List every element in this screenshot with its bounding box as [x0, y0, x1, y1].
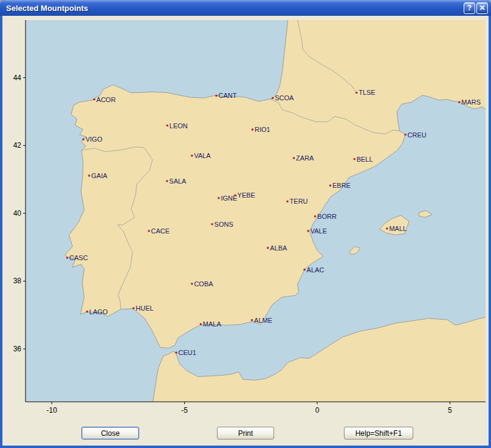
station-label: EBRE: [332, 182, 351, 189]
station-BELL: BELL: [354, 156, 373, 163]
titlebar[interactable]: Selected Mountpoints ? ✕: [0, 0, 491, 16]
x-tick-label: 5: [448, 406, 452, 415]
station-label: COBA: [194, 280, 213, 288]
station-label: VALE: [311, 227, 327, 235]
station-marker: [458, 102, 460, 103]
station-TLSE: TLSE: [355, 89, 376, 96]
x-tick-label: -5: [181, 406, 188, 415]
station-VALE: VALE: [307, 227, 327, 235]
station-ALAC: ALAC: [304, 266, 324, 274]
station-marker: [94, 98, 95, 100]
station-marker: [293, 157, 295, 159]
help-icon[interactable]: ?: [464, 2, 475, 14]
station-label: YEBE: [238, 191, 255, 199]
station-marker: [267, 247, 269, 249]
station-GAIA: GAIA: [88, 172, 108, 179]
station-LAGO: LAGO: [86, 308, 108, 315]
station-SCOA: SCOA: [272, 94, 294, 102]
station-label: GAIA: [91, 172, 108, 179]
window-title: Selected Mountpoints: [6, 4, 462, 13]
station-label: ALME: [254, 317, 272, 324]
station-label: ACOR: [97, 96, 116, 103]
station-label: VALA: [194, 152, 211, 159]
station-RIO1: RIO1: [252, 126, 270, 133]
station-marker: [200, 323, 202, 325]
station-marker: [252, 129, 253, 131]
station-label: SONS: [215, 221, 233, 228]
station-marker: [148, 230, 150, 232]
station-label: TERU: [290, 198, 308, 205]
station-label: MARS: [461, 98, 481, 106]
station-marker: [235, 195, 236, 196]
station-label: BELL: [357, 156, 373, 163]
station-marker: [405, 134, 407, 136]
help-button[interactable]: Help=Shift+F1: [344, 427, 413, 439]
station-YEBE: YEBE: [235, 191, 255, 199]
station-marker: [304, 269, 306, 271]
station-label: CANT: [219, 92, 237, 99]
station-label: CACE: [151, 227, 170, 235]
station-marker: [191, 155, 193, 157]
station-CACE: CACE: [148, 227, 170, 235]
station-label: CASC: [69, 254, 88, 261]
station-label: LEON: [170, 122, 188, 129]
station-HUEL: HUEL: [132, 305, 153, 312]
print-button[interactable]: Print: [217, 427, 274, 439]
station-EBRE: EBRE: [329, 182, 351, 189]
station-MALL: MALL: [386, 225, 407, 232]
map-plot: ACORVIGOGAIACASCLAGOHUELCACELEONSALACEU1…: [2, 16, 489, 423]
station-marker: [355, 92, 357, 94]
station-label: BORR: [317, 213, 337, 220]
station-marker: [329, 185, 331, 187]
station-marker: [307, 230, 309, 232]
station-marker: [132, 308, 134, 309]
station-CASC: CASC: [66, 254, 88, 261]
close-icon[interactable]: ✕: [476, 2, 488, 14]
y-tick-label: 42: [13, 141, 22, 150]
station-marker: [88, 175, 90, 177]
station-CANT: CANT: [216, 92, 237, 99]
station-MARS: MARS: [458, 98, 481, 106]
close-button[interactable]: Close: [81, 427, 139, 439]
station-ALME: ALME: [251, 317, 272, 324]
y-tick-label: 40: [13, 209, 22, 218]
station-label: VIGO: [86, 136, 103, 143]
station-label: ALAC: [307, 266, 324, 274]
station-label: ZARA: [296, 154, 314, 162]
station-marker: [66, 257, 68, 259]
station-marker: [83, 139, 84, 140]
station-marker: [216, 95, 218, 97]
station-marker: [251, 319, 253, 321]
dialog-client-area: ACORVIGOGAIACASCLAGOHUELCACELEONSALACEU1…: [2, 16, 489, 446]
y-tick-label: 44: [13, 74, 22, 82]
station-SALA: SALA: [166, 177, 187, 185]
y-tick-label: 36: [13, 345, 22, 353]
station-marker: [191, 283, 193, 284]
station-marker: [354, 158, 355, 160]
station-label: HUEL: [136, 305, 153, 312]
station-label: LAGO: [89, 308, 108, 315]
station-label: CEU1: [179, 349, 196, 356]
station-label: MALL: [389, 225, 407, 232]
station-marker: [166, 180, 168, 182]
station-CEU1: CEU1: [176, 349, 196, 356]
station-label: TLSE: [359, 89, 376, 96]
station-ZARA: ZARA: [293, 154, 314, 162]
station-marker: [287, 201, 289, 202]
station-VALA: VALA: [191, 152, 211, 159]
station-marker: [176, 352, 177, 354]
y-tick-label: 38: [13, 277, 22, 285]
station-marker: [386, 228, 388, 230]
station-label: SCOA: [275, 94, 294, 102]
station-MALA: MALA: [200, 320, 222, 328]
station-TERU: TERU: [287, 198, 308, 205]
station-marker: [167, 125, 168, 126]
station-VIGO: VIGO: [83, 136, 103, 143]
station-label: CREU: [408, 131, 427, 139]
station-label: RIO1: [255, 126, 270, 133]
station-label: SALA: [169, 177, 187, 185]
x-tick-label: -10: [47, 406, 58, 415]
station-marker: [86, 311, 88, 312]
station-ACOR: ACOR: [94, 96, 116, 103]
station-CREU: CREU: [405, 131, 427, 139]
